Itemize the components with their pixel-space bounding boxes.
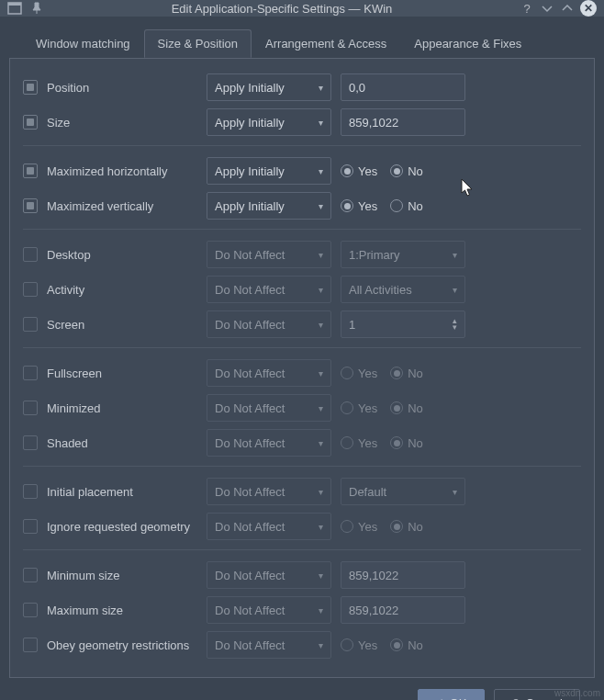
value-max-size[interactable]: 859,1022 <box>341 596 465 624</box>
checkbox-shaded[interactable] <box>23 435 38 450</box>
checkbox-desktop[interactable] <box>23 247 38 262</box>
checkbox-screen[interactable] <box>23 317 38 332</box>
radio-shaded-no[interactable]: No <box>390 436 423 450</box>
checkbox-activity[interactable] <box>23 282 38 297</box>
value-min-size[interactable]: 859,1022 <box>341 561 465 589</box>
checkbox-max-h[interactable] <box>23 164 38 178</box>
tab-arrangement-access[interactable]: Arrangement & Access <box>252 29 400 58</box>
label-ignore-geom: Ignore requested geometry <box>47 520 190 534</box>
value-desktop[interactable]: 1:Primary▾ <box>341 241 465 268</box>
maximize-icon[interactable] <box>560 1 575 16</box>
row-fullscreen: Fullscreen Do Not Affect▾ Yes No <box>23 357 581 389</box>
row-desktop: Desktop Do Not Affect▾ 1:Primary▾ <box>23 239 581 270</box>
dialog-footer: ✓OK ⊘Cancel <box>9 678 595 700</box>
radio-shaded-yes[interactable]: Yes <box>341 436 377 450</box>
checkbox-ignore-geom[interactable] <box>23 519 38 534</box>
separator <box>23 229 581 230</box>
row-shaded: Shaded Do Not Affect▾ Yes No <box>23 427 581 458</box>
radio-obey-geom-yes[interactable]: Yes <box>341 638 377 652</box>
checkbox-initial-placement[interactable] <box>23 484 38 499</box>
checkbox-position[interactable] <box>23 80 38 95</box>
chevron-down-icon: ▾ <box>453 250 457 260</box>
row-size: Size Apply Initially▾ 859,1022 <box>23 107 581 138</box>
row-min-size: Minimum size Do Not Affect▾ 859,1022 <box>23 559 581 591</box>
chevron-down-icon: ▾ <box>453 487 457 497</box>
checkbox-obey-geom[interactable] <box>23 638 38 652</box>
close-icon[interactable]: ✕ <box>580 0 597 17</box>
radio-minimized-no[interactable]: No <box>390 401 423 415</box>
minimize-icon[interactable] <box>540 1 554 16</box>
radio-max-h-yes[interactable]: Yes <box>341 164 377 178</box>
row-max-v: Maximized vertically Apply Initially▾ Ye… <box>23 190 581 221</box>
check-icon: ✓ <box>435 696 444 700</box>
label-max-v: Maximized vertically <box>47 199 153 213</box>
tab-appearance-fixes[interactable]: Appearance & Fixes <box>400 29 535 58</box>
value-position[interactable]: 0,0 <box>341 73 465 101</box>
row-initial-placement: Initial placement Do Not Affect▾ Default… <box>23 476 581 507</box>
radio-fullscreen-yes[interactable]: Yes <box>341 367 377 380</box>
value-initial-placement[interactable]: Default▾ <box>341 478 465 505</box>
rule-max-h[interactable]: Apply Initially▾ <box>207 157 331 185</box>
rule-desktop[interactable]: Do Not Affect▾ <box>207 241 331 268</box>
radio-fullscreen-no[interactable]: No <box>390 367 423 380</box>
chevron-down-icon: ▾ <box>319 250 323 260</box>
rule-fullscreen[interactable]: Do Not Affect▾ <box>207 359 331 387</box>
chevron-down-icon: ▾ <box>319 487 323 497</box>
chevron-down-icon: ▾ <box>319 522 323 532</box>
separator <box>23 466 581 467</box>
checkbox-max-v[interactable] <box>23 198 38 213</box>
rule-max-v[interactable]: Apply Initially▾ <box>207 192 331 220</box>
radio-max-v-no[interactable]: No <box>390 199 423 213</box>
label-fullscreen: Fullscreen <box>47 367 102 380</box>
chevron-down-icon: ▾ <box>319 403 323 413</box>
radio-ignore-geom-no[interactable]: No <box>390 520 423 534</box>
radio-ignore-geom-yes[interactable]: Yes <box>341 520 377 534</box>
rule-screen[interactable]: Do Not Affect▾ <box>207 310 331 338</box>
value-activity[interactable]: All Activities▾ <box>341 276 465 303</box>
label-max-h: Maximized horizontally <box>47 164 168 178</box>
rule-ignore-geom[interactable]: Do Not Affect▾ <box>207 513 331 540</box>
radio-max-v-yes[interactable]: Yes <box>341 199 377 213</box>
radio-minimized-yes[interactable]: Yes <box>341 401 377 415</box>
chevron-down-icon: ▾ <box>319 368 323 378</box>
checkbox-fullscreen[interactable] <box>23 366 38 380</box>
checkbox-minimized[interactable] <box>23 401 38 415</box>
separator <box>23 549 581 550</box>
row-obey-geom: Obey geometry restrictions Do Not Affect… <box>23 629 581 660</box>
label-position: Position <box>47 81 89 95</box>
rule-shaded[interactable]: Do Not Affect▾ <box>207 429 331 457</box>
checkbox-size[interactable] <box>23 115 38 130</box>
radio-obey-geom-no[interactable]: No <box>390 638 423 652</box>
chevron-down-icon: ▾ <box>319 83 323 93</box>
window-title: Edit Application-Specific Settings — KWi… <box>44 2 520 16</box>
label-screen: Screen <box>47 318 84 332</box>
pin-icon[interactable] <box>29 1 44 16</box>
rule-obey-geom[interactable]: Do Not Affect▾ <box>207 631 331 659</box>
value-screen[interactable]: 1▴▾ <box>341 310 465 338</box>
watermark: wsxdn.com <box>554 688 600 698</box>
radio-max-h-no[interactable]: No <box>390 164 423 178</box>
rule-initial-placement[interactable]: Do Not Affect▾ <box>207 478 331 505</box>
ok-button[interactable]: ✓OK <box>418 689 485 700</box>
value-size[interactable]: 859,1022 <box>341 108 465 136</box>
row-ignore-geom: Ignore requested geometry Do Not Affect▾… <box>23 511 581 542</box>
help-icon[interactable]: ? <box>520 1 534 16</box>
tab-size-position[interactable]: Size & Position <box>144 29 252 58</box>
row-activity: Activity Do Not Affect▾ All Activities▾ <box>23 274 581 305</box>
chevron-down-icon: ▾ <box>319 320 323 330</box>
label-initial-placement: Initial placement <box>47 485 133 499</box>
rule-size[interactable]: Apply Initially▾ <box>207 108 331 136</box>
rule-activity[interactable]: Do Not Affect▾ <box>207 276 331 303</box>
rule-max-size[interactable]: Do Not Affect▾ <box>207 596 331 624</box>
rule-minimized[interactable]: Do Not Affect▾ <box>207 394 331 422</box>
checkbox-max-size[interactable] <box>23 603 38 617</box>
row-screen: Screen Do Not Affect▾ 1▴▾ <box>23 309 581 340</box>
chevron-down-icon: ▾ <box>319 640 323 650</box>
checkbox-min-size[interactable] <box>23 568 38 582</box>
row-minimized: Minimized Do Not Affect▾ Yes No <box>23 392 581 423</box>
tab-window-matching[interactable]: Window matching <box>22 29 144 58</box>
cancel-icon: ⊘ <box>511 696 520 700</box>
rule-min-size[interactable]: Do Not Affect▾ <box>207 561 331 589</box>
rule-position[interactable]: Apply Initially▾ <box>207 73 331 101</box>
row-position: Position Apply Initially▾ 0,0 <box>23 72 581 103</box>
